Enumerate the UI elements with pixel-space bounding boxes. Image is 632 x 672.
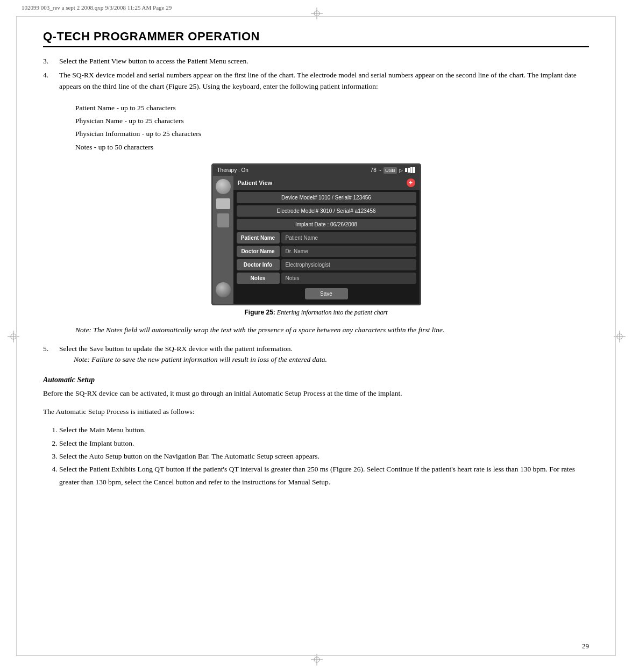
nav-btn-4[interactable] — [216, 282, 231, 297]
info-block: Patient Name - up to 25 characters Physi… — [75, 102, 589, 154]
value-doctor-info: Electrophysiologist — [281, 259, 416, 270]
main-panel: Patient View + Device Model# 1010 / Seri… — [233, 176, 420, 304]
battery-icon — [405, 167, 415, 173]
battery-area: 78 ~ USB ▷ — [371, 167, 415, 174]
list-item-2: Select the Implant button. — [59, 437, 589, 450]
step-5: 5. Select the Save button to update the … — [43, 344, 589, 366]
page-title: Q-TECH PROGRAMMER OPERATION — [43, 30, 589, 47]
auto-setup-heading: Automatic Setup — [43, 376, 589, 384]
nav-btn-3[interactable] — [217, 213, 229, 227]
crosshair-left-icon — [8, 331, 18, 341]
steps-list: 3. Select the Patient View button to acc… — [43, 56, 589, 92]
label-patient-name: Patient Name — [237, 232, 280, 244]
therapy-label: Therapy : On — [217, 167, 248, 173]
step-4-text: The SQ-RX device model and serial number… — [59, 70, 589, 92]
figure-25-container: Therapy : On 78 ~ USB ▷ — [43, 163, 589, 317]
usb-icon: USB — [384, 167, 397, 174]
status-bar: Therapy : On 78 ~ USB ▷ — [213, 165, 420, 176]
note1-text: Note: The Notes field will automatically… — [75, 326, 444, 334]
info-line-3: Physician Information - up to 25 charact… — [75, 127, 589, 140]
row-notes: Notes Notes — [237, 273, 416, 284]
row-doctor-name: Doctor Name Dr. Name — [237, 246, 416, 257]
save-button[interactable]: Save — [305, 288, 348, 299]
panel-title: Patient View — [238, 180, 273, 186]
value-doctor-name: Dr. Name — [281, 246, 416, 257]
value-patient-name: Patient Name — [281, 232, 416, 244]
step5-note: Note: Failure to save the new patient in… — [74, 355, 327, 363]
value-notes: Notes — [281, 273, 416, 284]
step-5-container: 5. Select the Save button to update the … — [43, 344, 589, 366]
figure-text: Entering information into the patient ch… — [277, 309, 388, 316]
crosshair-right-icon — [614, 331, 624, 341]
battery-wave-icon: ~ — [379, 168, 381, 173]
page-number: 29 — [582, 642, 589, 650]
note-block-1: Note: The Notes field will automatically… — [75, 324, 589, 336]
auto-setup-para2: The Automatic Setup Process is initiated… — [43, 406, 589, 418]
info-line-4: Notes - up to 50 characters — [75, 141, 589, 154]
auto-setup-list: Select the Main Menu button. Select the … — [59, 424, 589, 489]
figure-label: Figure 25: — [244, 309, 275, 316]
info-line-2: Physician Name - up to 25 characters — [75, 115, 589, 127]
data-row-electrode: Electrode Model# 3010 / Serial# a123456 — [237, 205, 416, 217]
info-line-1: Patient Name - up to 25 characters — [75, 102, 589, 115]
row-patient-name: Patient Name Patient Name — [237, 232, 416, 244]
file-info: 102099 003_rev a sept 2 2008.qxp 9/3/200… — [22, 4, 172, 11]
label-doctor-name: Doctor Name — [237, 246, 280, 257]
figure-caption: Figure 25: Entering information into the… — [244, 309, 387, 317]
list-item-3: Select the Auto Setup button on the Navi… — [59, 450, 589, 463]
list-item-1: Select the Main Menu button. — [59, 424, 589, 437]
data-row-implant: Implant Date : 06/26/2008 — [237, 219, 416, 230]
step-3-num: 3. — [43, 56, 59, 67]
sidebar-nav — [213, 176, 233, 304]
data-row-device: Device Model# 1010 / Serial# 123456 — [237, 192, 416, 203]
step-5-num: 5. — [43, 344, 59, 366]
add-button[interactable]: + — [407, 178, 415, 187]
nav-btn-2[interactable] — [216, 198, 230, 209]
step-3-text: Select the Patient View button to access… — [59, 56, 589, 67]
signal-icon: ▷ — [399, 168, 403, 173]
screen-content: Patient View + Device Model# 1010 / Seri… — [213, 176, 420, 304]
step-4-num: 4. — [43, 70, 59, 92]
crosshair-bottom-icon — [311, 654, 322, 664]
panel-header: Patient View + — [233, 176, 420, 190]
list-item-4: Select the Patient Exhibits Long QT butt… — [59, 463, 589, 489]
auto-setup-section: Automatic Setup Before the SQ-RX device … — [43, 376, 589, 489]
label-notes: Notes — [237, 273, 280, 284]
auto-setup-para1: Before the SQ-RX device can be activated… — [43, 388, 589, 399]
nav-btn-1[interactable] — [216, 179, 231, 194]
step-5-text: Select the Save button to update the SQ-… — [59, 344, 589, 366]
step-4: 4. The SQ-RX device model and serial num… — [43, 70, 589, 92]
battery-num: 78 — [371, 167, 377, 173]
label-doctor-info: Doctor Info — [237, 259, 280, 270]
row-doctor-info: Doctor Info Electrophysiologist — [237, 259, 416, 270]
step-3: 3. Select the Patient View button to acc… — [43, 56, 589, 67]
header-bar: 102099 003_rev a sept 2 2008.qxp 9/3/200… — [0, 0, 632, 15]
device-screen: Therapy : On 78 ~ USB ▷ — [211, 163, 421, 305]
